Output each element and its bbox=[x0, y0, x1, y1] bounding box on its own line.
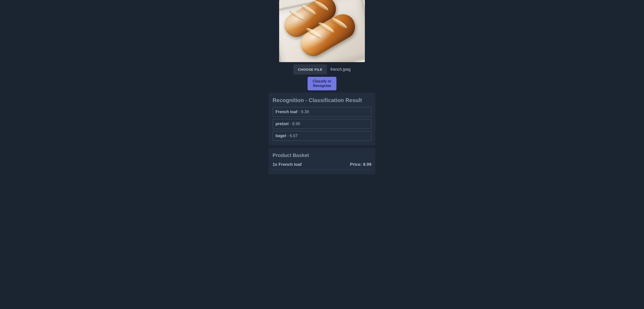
result-score: 9.39 bbox=[301, 110, 309, 114]
basket-item-line: 1x French loaf bbox=[272, 162, 302, 167]
result-item[interactable]: bagel - 6.67 bbox=[272, 131, 372, 141]
basket-item-row: 1x French loaf Price: 8.99 bbox=[272, 162, 372, 170]
results-title: Recognition - Classification Result bbox=[272, 97, 372, 103]
basket-title: Product Basket bbox=[272, 152, 372, 158]
result-item[interactable]: French loaf - 9.39 bbox=[272, 107, 372, 117]
selected-file-name: french.jpeg bbox=[330, 67, 351, 72]
classify-button[interactable]: Classify or Recognize bbox=[308, 77, 336, 90]
result-item[interactable]: pretzel - 8.96 bbox=[272, 119, 372, 129]
uploaded-image-preview bbox=[279, 0, 365, 62]
result-score: 6.67 bbox=[290, 134, 298, 138]
image-illustration bbox=[279, 0, 365, 62]
result-score: 8.96 bbox=[292, 122, 300, 126]
result-label: pretzel bbox=[276, 122, 288, 126]
basket-panel: Product Basket 1x French loaf Price: 8.9… bbox=[268, 148, 376, 174]
result-label: French loaf bbox=[276, 110, 298, 114]
basket-item-price: Price: 8.99 bbox=[350, 162, 372, 167]
choose-file-button[interactable]: CHOOSE FILE bbox=[293, 64, 327, 75]
results-panel: Recognition - Classification Result Fren… bbox=[268, 93, 376, 145]
file-input-row: CHOOSE FILE french.jpeg bbox=[293, 64, 350, 75]
result-label: bagel bbox=[276, 134, 286, 138]
result-separator: - bbox=[298, 110, 301, 114]
result-separator: - bbox=[286, 134, 290, 138]
result-separator: - bbox=[288, 122, 292, 126]
